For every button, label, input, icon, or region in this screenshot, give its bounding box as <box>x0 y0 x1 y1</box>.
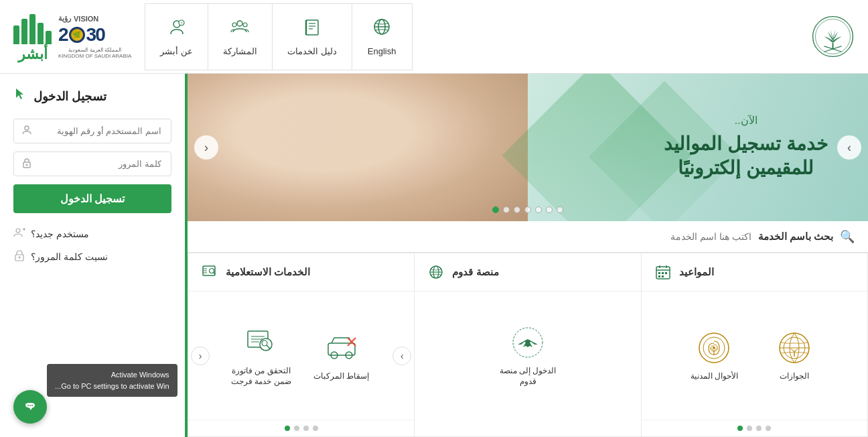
activate-line2: Go to PC settings to activate Win... <box>55 381 169 392</box>
vehicle-icon <box>323 329 360 366</box>
search-icon: 🔍 <box>840 229 855 244</box>
slider-dot-1[interactable] <box>557 206 563 213</box>
kingdom-text: المملكة العربية السعوديةKINGDOM OF SAUDI… <box>58 47 131 59</box>
appointments-dot-1[interactable] <box>766 426 771 431</box>
svg-point-0 <box>813 17 853 57</box>
inquiry-next-button[interactable]: › <box>392 347 411 365</box>
svg-rect-26 <box>658 275 660 277</box>
login-button[interactable]: تسجيل الدخول <box>13 184 171 213</box>
inquiry-items: إسقاط المركبات <box>195 318 407 392</box>
new-user-icon <box>13 227 25 241</box>
inquiry-services-header: الخدمات الاستعلامية <box>188 253 414 292</box>
slide-subtitle: الآن.. <box>664 114 828 127</box>
inquiry-dot-3[interactable] <box>294 426 299 431</box>
civil-affairs-item[interactable]: الأحوال المدنية <box>677 324 751 387</box>
arrival-platform-title: منصة قدوم <box>452 266 498 278</box>
svg-point-13 <box>237 21 242 26</box>
appointments-card-dots <box>642 420 867 436</box>
svg-rect-8 <box>306 20 318 35</box>
svg-point-55 <box>260 338 272 351</box>
username-input[interactable] <box>13 119 171 143</box>
slider-dot-4[interactable] <box>524 206 531 213</box>
absher-nav-label: عن أبشر <box>160 46 193 56</box>
slide-title: خدمة تسجيل المواليدللمقيمين إلكترونيًا <box>664 132 828 181</box>
appointments-dot-2[interactable] <box>756 426 762 431</box>
arrival-platform-body: الدخول إلى منصة قدوم <box>415 292 640 420</box>
login-cursor-icon <box>13 87 28 105</box>
header: English دليل الخدمات <box>0 0 868 74</box>
svg-point-60 <box>26 164 28 166</box>
inquiry-dot-1[interactable] <box>313 426 318 431</box>
appointments-dot-3[interactable] <box>747 426 752 431</box>
activate-line1: Activate Windows <box>55 369 169 381</box>
appointments-title: المواعيد <box>679 266 714 278</box>
search-bar: 🔍 بحث باسم الخدمة <box>188 221 868 253</box>
search-input[interactable] <box>201 231 751 242</box>
appointments-dot-4[interactable] <box>737 426 743 431</box>
vision-2030-number: 2 <box>58 24 68 46</box>
absher-logo: أبشر <box>13 11 52 63</box>
inquiry-prev-button[interactable]: ‹ <box>191 347 210 365</box>
civil-affairs-label: الأحوال المدنية <box>691 371 738 382</box>
vision-subtitle: VISION <box>74 15 98 23</box>
nav-item-absher[interactable]: ? عن أبشر <box>145 3 208 70</box>
nav-item-services-guide[interactable]: دليل الخدمات <box>273 3 352 70</box>
vision-2030-logo: رؤية VISION 2 🌿 30 المملكة العربية السعو… <box>58 14 131 59</box>
slider-dot-5[interactable] <box>514 206 520 213</box>
main-nav: English دليل الخدمات <box>145 3 412 70</box>
svg-point-15 <box>243 23 247 27</box>
header-logo-area <box>811 15 855 58</box>
svg-point-14 <box>232 23 236 27</box>
arrival-login-item[interactable]: الدخول إلى منصة قدوم <box>491 318 565 392</box>
inquiry-dot-2[interactable] <box>303 426 309 431</box>
arrival-platform-card: منصة قدوم <box>414 253 640 437</box>
appointments-card: المواعيد <box>641 253 868 437</box>
inquiry-services-title: الخدمات الاستعلامية <box>226 266 310 278</box>
slide-text: الآن.. خدمة تسجيل المواليدللمقيمين إلكتر… <box>664 114 828 181</box>
login-title-text: تسجيل الدخول <box>33 89 106 104</box>
vision-text: رؤية <box>58 14 71 23</box>
slider-dot-3[interactable] <box>535 206 542 213</box>
globe-icon <box>425 261 447 283</box>
login-title-area: تسجيل الدخول <box>13 87 171 105</box>
people-icon <box>230 17 249 41</box>
new-user-link[interactable]: مستخدم جديد؟ <box>13 227 171 241</box>
bar5 <box>13 25 19 44</box>
svg-point-69 <box>31 405 33 406</box>
forgot-password-label: نسيت كلمة المرور؟ <box>31 251 108 262</box>
bar4 <box>21 19 27 44</box>
participation-nav-label: المشاركة <box>223 46 257 56</box>
windows-activation-notice: Activate Windows Go to PC settings to ac… <box>47 364 177 397</box>
farjat-bill-label: التحقق من فاتورة ضمن خدمة فرجت <box>230 366 293 387</box>
slider-dot-6[interactable] <box>503 206 510 213</box>
nav-item-english[interactable]: English <box>352 3 413 70</box>
left-panel: الآن.. خدمة تسجيل المواليدللمقيمين إلكتر… <box>188 74 868 437</box>
password-input[interactable] <box>13 151 171 176</box>
language-icon <box>372 17 391 41</box>
appointments-card-body: الجوازات <box>642 292 867 420</box>
user-field-icon <box>21 125 32 138</box>
passports-item[interactable]: الجوازات <box>757 324 831 387</box>
vehicle-drop-label: إسقاط المركبات <box>313 371 369 382</box>
svg-point-41 <box>210 269 214 273</box>
svg-rect-23 <box>658 272 660 274</box>
bar3 <box>29 14 35 44</box>
inquiry-dot-4[interactable] <box>285 426 290 431</box>
nav-item-participation[interactable]: المشاركة <box>208 3 273 70</box>
person-icon: ? <box>167 17 186 41</box>
chat-button[interactable] <box>13 390 47 424</box>
slider-next-button[interactable]: › <box>837 135 861 160</box>
svg-rect-27 <box>662 275 664 277</box>
vehicle-drop-item[interactable]: إسقاط المركبات <box>305 324 378 387</box>
slider-dot-7[interactable] <box>492 206 499 213</box>
username-group <box>13 119 171 143</box>
book-icon <box>303 17 321 41</box>
farjat-bill-item[interactable]: التحقق من فاتورة ضمن خدمة فرجت <box>224 318 298 392</box>
inquiry-services-body: ‹ <box>188 292 414 420</box>
slider-dot-2[interactable] <box>546 206 553 213</box>
bar2 <box>38 23 44 44</box>
login-links: مستخدم جديد؟ نسيت كلمة المرور؟ <box>13 227 171 264</box>
slider-prev-button[interactable]: ‹ <box>194 135 218 160</box>
farjat-icon <box>242 324 279 361</box>
forgot-password-link[interactable]: نسيت كلمة المرور؟ <box>13 249 171 264</box>
